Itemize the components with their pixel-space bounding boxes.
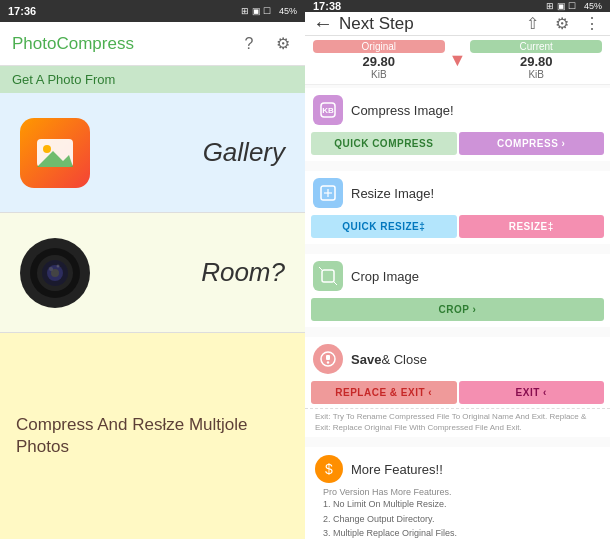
more-features-section: $ More Features!! Pro Version Has More F… <box>305 447 610 539</box>
more-features-header: $ More Features!! <box>315 455 600 483</box>
app-bar-left-group: ← Next Step <box>313 12 414 35</box>
quick-compress-button[interactable]: QUICK COMPRESS <box>311 132 457 155</box>
more-item-1: 1. No Limit On Multiple Resize. <box>323 497 600 511</box>
replace-exit-button[interactable]: REPLACE & EXIT ‹ <box>311 381 457 404</box>
svg-rect-19 <box>326 355 330 360</box>
next-step-title: Next Step <box>339 14 414 34</box>
more-features-icon: $ <box>315 455 343 483</box>
app-title-part2: Compress <box>56 34 133 53</box>
compress-icon: KB <box>313 95 343 125</box>
get-photo-bar: Get A Photo From <box>0 66 305 93</box>
status-bar-left: 17:36 ⊞ ▣ ☐ 45% <box>0 0 305 22</box>
compress-header: KB Compress Image! <box>305 88 610 132</box>
app-bar-left: PhotoCompress ? ⚙ <box>0 22 305 66</box>
resize-section: Resize Image! QUICK RESIZE‡ RESIZE‡ <box>305 171 610 244</box>
gallery-icon <box>20 118 90 188</box>
gallery-card[interactable]: Gallery <box>0 93 305 213</box>
compress-section: KB Compress Image! QUICK COMPRESS COMPRE… <box>305 88 610 161</box>
share-icon[interactable]: ⇧ <box>522 14 542 34</box>
app-bar-right-group: ⇧ ⚙ ⋮ <box>522 14 602 34</box>
resize-icon <box>313 178 343 208</box>
status-bar-right: 17:38 ⊞ ▣ ☐ 45% <box>305 0 610 12</box>
status-icons-left: ⊞ ▣ ☐ 45% <box>241 6 297 16</box>
svg-line-17 <box>334 282 337 285</box>
original-col: Original 29.80 KiB <box>313 40 445 80</box>
compress-button[interactable]: COMPRESS › <box>459 132 605 155</box>
more-item-2: 2. Change Output Directory. <box>323 512 600 526</box>
current-col: Current 29.80 KiB <box>470 40 602 80</box>
crop-icon <box>313 261 343 291</box>
current-value: 29.80 <box>520 54 553 69</box>
arrow-icon: ▼ <box>449 50 467 71</box>
crop-btn-row: CROP › <box>305 298 610 327</box>
quick-resize-button[interactable]: QUICK RESIZE‡ <box>311 215 457 238</box>
camera-icon <box>20 238 90 308</box>
resize-btn-row: QUICK RESIZE‡ RESIZE‡ <box>305 215 610 244</box>
svg-rect-15 <box>322 270 334 282</box>
help-icon[interactable]: ? <box>239 34 259 54</box>
exit-button[interactable]: EXIT ‹ <box>459 381 605 404</box>
save-icon <box>313 344 343 374</box>
original-label: Original <box>313 40 445 53</box>
svg-point-1 <box>43 145 51 153</box>
more-features-subtitle: Pro Version Has More Features. <box>315 487 600 497</box>
svg-text:KB: KB <box>322 106 334 115</box>
resize-button[interactable]: RESIZE‡ <box>459 215 605 238</box>
time-right: 17:38 <box>313 0 341 12</box>
comparison-row: Original 29.80 KiB ▼ Current 29.80 KiB <box>305 36 610 85</box>
svg-point-20 <box>327 361 329 363</box>
app-title: PhotoCompress <box>12 34 134 54</box>
more-item-3: 3. Multiple Replace Original Files. <box>323 526 600 539</box>
left-panel: 17:36 ⊞ ▣ ☐ 45% PhotoCompress ? ⚙ Get A … <box>0 0 305 539</box>
svg-point-8 <box>49 267 53 271</box>
more-icon[interactable]: ⋮ <box>582 14 602 34</box>
compress-label: Compress Image! <box>351 103 454 118</box>
exit-note: Exit: Try To Rename Compressed File To O… <box>305 408 610 437</box>
original-value: 29.80 <box>363 54 396 69</box>
crop-button[interactable]: CROP › <box>311 298 604 321</box>
gallery-label: Gallery <box>203 137 285 168</box>
save-label: Save& Close <box>351 352 427 367</box>
crop-label: Crop Image <box>351 269 419 284</box>
get-photo-label: Get A Photo From <box>12 72 115 87</box>
resize-header: Resize Image! <box>305 171 610 215</box>
crop-header: Crop Image <box>305 254 610 298</box>
save-btn-row: REPLACE & EXIT ‹ EXIT ‹ <box>305 381 610 408</box>
app-bar-right: ← Next Step ⇧ ⚙ ⋮ <box>305 12 610 36</box>
more-features-title: More Features!! <box>351 462 443 477</box>
svg-line-16 <box>319 267 322 270</box>
right-panel: 17:38 ⊞ ▣ ☐ 45% ← Next Step ⇧ ⚙ ⋮ Origin… <box>305 0 610 539</box>
resize-label: Resize Image! <box>351 186 434 201</box>
settings-icon-right[interactable]: ⚙ <box>552 14 572 34</box>
multi-compress-card[interactable]: Compress And Resłze Multjole Photos <box>0 333 305 539</box>
more-features-list: 1. No Limit On Multiple Resize. 2. Chang… <box>315 497 600 539</box>
current-unit: KiB <box>528 69 544 80</box>
crop-section: Crop Image CROP › <box>305 254 610 327</box>
original-unit: KiB <box>371 69 387 80</box>
time-left: 17:36 <box>8 5 36 17</box>
back-button[interactable]: ← <box>313 12 333 35</box>
current-label: Current <box>470 40 602 53</box>
settings-icon-left[interactable]: ⚙ <box>273 34 293 54</box>
app-title-part1: Photo <box>12 34 56 53</box>
app-bar-icons: ? ⚙ <box>239 34 293 54</box>
svg-point-9 <box>57 264 60 267</box>
multi-label: Compress And Resłze Multjole Photos <box>16 414 289 458</box>
camera-label: Room? <box>201 257 285 288</box>
save-section: Save& Close REPLACE & EXIT ‹ EXIT ‹ Exit… <box>305 337 610 437</box>
compress-btn-row: QUICK COMPRESS COMPRESS › <box>305 132 610 161</box>
status-icons-right: ⊞ ▣ ☐ 45% <box>546 1 602 11</box>
save-header: Save& Close <box>305 337 610 381</box>
camera-card[interactable]: Room? <box>0 213 305 333</box>
